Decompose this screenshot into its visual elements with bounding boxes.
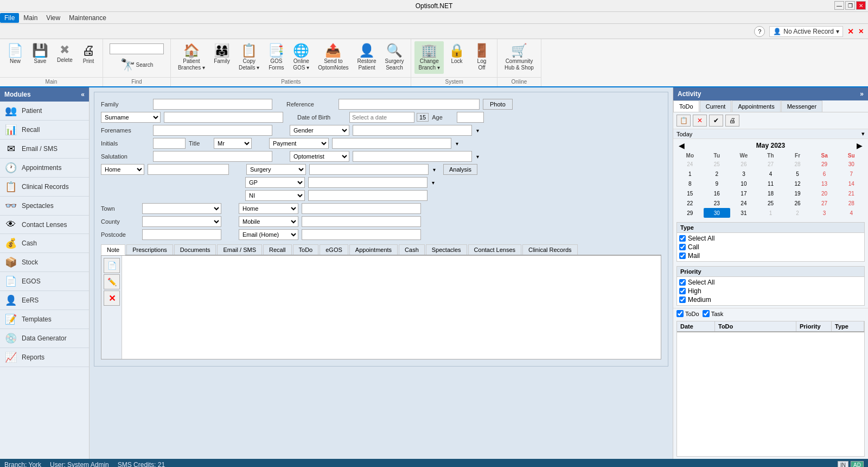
address-type-dropdown[interactable]: HomeWorkMobile <box>101 164 144 175</box>
activity-expand-icon[interactable]: » <box>860 90 864 98</box>
cal-day[interactable]: 17 <box>730 188 757 198</box>
tab-recall[interactable]: Recall <box>263 244 292 255</box>
ribbon-print-button[interactable]: 🖨 Print <box>78 41 99 67</box>
type-select-all-checkbox[interactable] <box>679 235 686 242</box>
surgery-value-input[interactable] <box>309 164 429 175</box>
mobile-dropdown[interactable]: MobileHomeWork <box>239 216 298 227</box>
tab-email-sms[interactable]: Email / SMS <box>217 244 262 255</box>
menu-view[interactable]: View <box>42 13 65 23</box>
sidebar-collapse-icon[interactable]: « <box>81 91 85 98</box>
tab-todo[interactable]: ToDo <box>293 244 319 255</box>
email-input[interactable] <box>302 229 421 240</box>
ribbon-save-button[interactable]: 💾 Save <box>28 41 52 67</box>
activity-check-button[interactable]: ✔ <box>709 115 723 127</box>
surgery-dropdown[interactable]: Surgery <box>246 164 306 175</box>
title-dropdown[interactable]: MrMrsMissMsDr <box>214 138 252 149</box>
cal-day[interactable]: 9 <box>704 179 731 188</box>
cal-day[interactable]: 4 <box>757 169 784 179</box>
optometrist-dropdown[interactable]: Optometrist <box>290 151 349 162</box>
cal-day[interactable]: 23 <box>704 198 731 208</box>
sidebar-item-recall[interactable]: 📊 Recall <box>0 121 89 140</box>
tab-egos[interactable]: eGOS <box>320 244 348 255</box>
gender-value-input[interactable] <box>353 125 472 136</box>
surname-input[interactable] <box>164 112 283 123</box>
type-call-checkbox[interactable] <box>679 244 686 250</box>
sidebar-item-cash[interactable]: 💰 Cash <box>0 234 89 253</box>
help-close-button[interactable]: ✕ <box>847 27 854 36</box>
ribbon-change-branch-button[interactable]: 🏢 ChangeBranch ▾ <box>414 41 443 74</box>
admin-close[interactable]: ✕ <box>858 28 864 35</box>
cal-day[interactable]: 10 <box>730 179 757 188</box>
ribbon-copy-details-button[interactable]: 📋 CopyDetails ▾ <box>235 41 263 74</box>
home-phone-input[interactable] <box>302 203 421 214</box>
tab-clinical-records[interactable]: Clinical Records <box>522 244 577 255</box>
ribbon-online-gos-button[interactable]: 🌐 OnlineGOS ▾ <box>289 41 313 74</box>
cal-day[interactable]: 15 <box>676 188 704 198</box>
sidebar-item-appointments[interactable]: 🕐 Appointments <box>0 159 89 178</box>
cal-day[interactable]: 27 <box>811 198 838 208</box>
tab-note[interactable]: Note <box>101 244 125 255</box>
cal-day[interactable]: 31 <box>730 208 757 218</box>
cal-day[interactable]: 25 <box>704 159 731 169</box>
cal-day[interactable]: 26 <box>730 159 757 169</box>
cal-day[interactable]: 24 <box>676 159 704 169</box>
help-icon[interactable]: ? <box>754 26 765 37</box>
sidebar-item-templates[interactable]: 📝 Templates <box>0 310 89 329</box>
gender-dropdown[interactable]: Gender Male Female <box>290 125 349 136</box>
cal-day[interactable]: 26 <box>784 198 811 208</box>
sidebar-item-spectacles[interactable]: 👓 Spectacles <box>0 197 89 216</box>
photo-button[interactable]: Photo <box>483 99 513 110</box>
cal-day[interactable]: 2 <box>704 169 731 179</box>
surname-dropdown[interactable]: Surname Forenames <box>101 112 161 123</box>
tab-appointments[interactable]: Appointments <box>349 244 398 255</box>
county-dropdown[interactable] <box>142 216 221 227</box>
activity-delete-button[interactable]: ✕ <box>693 115 707 127</box>
dob-calendar-btn[interactable]: 15 <box>417 113 429 122</box>
priority-select-all-checkbox[interactable] <box>679 279 686 286</box>
ni-dropdown[interactable]: NI <box>245 190 305 201</box>
note-add-button[interactable]: 📄 <box>104 258 120 273</box>
tab-prescriptions[interactable]: Prescriptions <box>126 244 173 255</box>
ribbon-new-button[interactable]: 📄 New <box>3 41 27 67</box>
sidebar-item-clinical-records[interactable]: 📋 Clinical Records <box>0 178 89 197</box>
analysis-button[interactable]: Analysis <box>443 164 477 175</box>
ribbon-patient-branches-button[interactable]: 🏠 PatientBranches ▾ <box>174 41 209 74</box>
dob-input[interactable] <box>349 112 414 123</box>
maximize-button[interactable]: ❐ <box>845 1 855 10</box>
ribbon-log-off-button[interactable]: 🚪 LogOff <box>470 41 494 74</box>
activity-copy-button[interactable]: 📋 <box>676 115 691 127</box>
cal-day[interactable]: 21 <box>838 188 865 198</box>
cal-day[interactable]: 19 <box>784 188 811 198</box>
payment-dropdown[interactable]: PaymentNHSPrivate <box>269 138 329 149</box>
cal-day[interactable]: 2 <box>784 208 811 218</box>
sidebar-item-patient[interactable]: 👥 Patient <box>0 102 89 121</box>
cal-day[interactable]: 22 <box>676 198 704 208</box>
sidebar-item-egos[interactable]: 📄 EGOS <box>0 272 89 291</box>
cal-day[interactable]: 4 <box>838 208 865 218</box>
cal-day[interactable]: 24 <box>730 198 757 208</box>
tab-spectacles[interactable]: Spectacles <box>426 244 467 255</box>
forenames-input[interactable] <box>153 125 272 136</box>
activity-tab-appointments[interactable]: Appointments <box>732 100 780 112</box>
cal-day[interactable]: 29 <box>811 159 838 169</box>
priority-high-checkbox[interactable] <box>679 288 686 294</box>
sidebar-item-eers[interactable]: 👤 EeRS <box>0 291 89 310</box>
postcode-input[interactable] <box>142 229 221 240</box>
calendar-next-button[interactable]: ▶ <box>854 141 865 150</box>
ribbon-lock-button[interactable]: 🔒 Lock <box>445 41 469 67</box>
today-dropdown[interactable]: ▾ <box>861 130 865 137</box>
cal-day[interactable]: 5 <box>784 169 811 179</box>
age-input[interactable] <box>457 112 484 123</box>
cal-day[interactable]: 13 <box>811 179 838 188</box>
payment-value-input[interactable] <box>332 138 451 149</box>
menu-maintenance[interactable]: Maintenance <box>65 13 111 23</box>
cal-day[interactable]: 12 <box>784 179 811 188</box>
cal-day[interactable]: 1 <box>676 169 704 179</box>
cal-day[interactable]: 8 <box>676 179 704 188</box>
mobile-input[interactable] <box>302 216 421 227</box>
salutation-input[interactable] <box>153 151 272 162</box>
cal-day[interactable]: 6 <box>811 169 838 179</box>
task-checkbox[interactable] <box>703 310 710 317</box>
sidebar-item-contact-lenses[interactable]: 👁 Contact Lenses <box>0 216 89 234</box>
activity-tab-todo[interactable]: ToDo <box>673 100 699 112</box>
